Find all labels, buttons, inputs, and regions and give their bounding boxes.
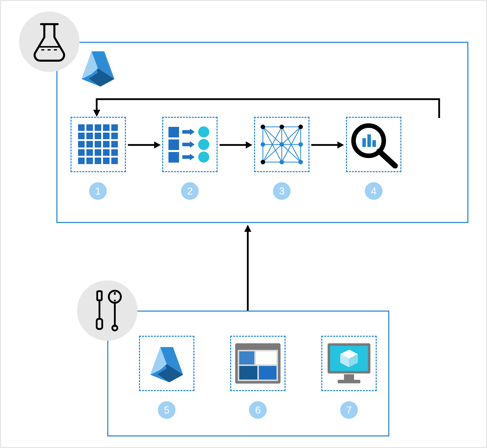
svg-rect-97	[338, 380, 360, 383]
svg-rect-21	[103, 141, 110, 147]
svg-rect-9	[86, 124, 93, 131]
svg-rect-18	[78, 141, 85, 147]
step-6-label: 6	[255, 404, 261, 416]
svg-rect-25	[95, 149, 101, 156]
step-5-box	[139, 336, 194, 391]
svg-rect-68	[362, 138, 366, 147]
svg-point-44	[198, 152, 209, 163]
step-4-number: 4	[365, 182, 382, 200]
svg-rect-19	[86, 141, 93, 147]
svg-rect-17	[111, 133, 118, 139]
step-2-box	[162, 117, 218, 172]
svg-marker-37	[190, 129, 195, 135]
svg-rect-36	[182, 130, 190, 134]
svg-rect-38	[182, 143, 190, 146]
flask-icon	[33, 22, 66, 62]
svg-rect-40	[182, 155, 190, 159]
arrow-tools-to-experiment	[243, 224, 253, 311]
svg-rect-30	[95, 158, 101, 164]
svg-rect-92	[239, 366, 257, 380]
step-1-box	[71, 117, 126, 172]
svg-rect-8	[78, 124, 85, 131]
step-6-box	[230, 336, 286, 391]
svg-rect-90	[239, 351, 254, 364]
step-7-box	[321, 336, 377, 391]
experiment-badge	[19, 12, 80, 72]
step-1-label: 1	[95, 185, 101, 197]
step-5-number: 5	[158, 401, 176, 419]
svg-point-62	[298, 142, 303, 147]
tools-badge	[77, 280, 137, 341]
dashboard-icon	[235, 343, 281, 384]
step-4-label: 4	[371, 185, 376, 197]
vm-monitor-icon	[326, 342, 372, 385]
azure-ml-icon	[145, 345, 188, 382]
svg-rect-26	[103, 149, 110, 156]
svg-rect-33	[168, 127, 179, 137]
svg-marker-39	[190, 141, 195, 148]
svg-point-63	[261, 160, 265, 164]
svg-rect-80	[97, 319, 102, 329]
svg-marker-41	[190, 154, 195, 160]
svg-rect-14	[86, 133, 93, 139]
svg-rect-10	[95, 124, 101, 131]
step-6-number: 6	[249, 401, 267, 419]
svg-point-60	[261, 142, 265, 147]
svg-point-43	[198, 139, 209, 150]
svg-marker-74	[246, 141, 252, 148]
arrow-loop-4-1	[89, 97, 442, 119]
svg-rect-24	[86, 149, 93, 156]
svg-rect-93	[259, 366, 276, 380]
arrow-3-4	[310, 140, 345, 150]
svg-rect-11	[103, 124, 110, 131]
svg-rect-91	[256, 351, 276, 364]
svg-rect-96	[344, 374, 354, 380]
svg-rect-27	[111, 149, 118, 156]
arrow-2-3	[219, 140, 253, 150]
svg-rect-82	[113, 295, 117, 300]
svg-point-61	[280, 142, 284, 147]
svg-point-64	[280, 160, 284, 164]
svg-rect-12	[111, 124, 118, 131]
step-3-box	[254, 117, 309, 172]
step-1-number: 1	[89, 182, 107, 200]
svg-point-84	[112, 325, 117, 330]
step-2-number: 2	[181, 182, 199, 200]
svg-rect-69	[367, 134, 371, 147]
svg-rect-23	[78, 149, 85, 156]
svg-line-67	[379, 151, 395, 166]
step-2-label: 2	[187, 185, 193, 197]
svg-rect-32	[111, 158, 118, 164]
svg-rect-22	[111, 141, 118, 147]
evaluate-magnify-icon	[349, 121, 399, 168]
svg-marker-72	[154, 141, 161, 148]
azureml-header-icon	[77, 49, 119, 87]
arrow-1-2	[127, 140, 162, 150]
svg-rect-28	[78, 158, 85, 164]
svg-marker-102	[244, 225, 251, 232]
svg-rect-15	[95, 133, 101, 139]
svg-marker-77	[93, 110, 100, 117]
svg-rect-31	[103, 158, 110, 164]
svg-rect-16	[103, 133, 110, 139]
step-3-number: 3	[273, 182, 291, 200]
svg-rect-29	[86, 158, 93, 164]
step-7-number: 7	[340, 401, 358, 419]
svg-rect-34	[168, 139, 179, 150]
svg-point-42	[198, 126, 209, 137]
svg-point-65	[298, 160, 303, 164]
svg-point-57	[261, 125, 265, 129]
step-3-label: 3	[279, 185, 285, 197]
step-5-label: 5	[164, 404, 169, 416]
svg-rect-70	[372, 140, 376, 147]
svg-marker-76	[337, 141, 344, 148]
data-grid-icon	[78, 124, 118, 165]
data-transform-icon	[168, 126, 211, 163]
step-7-label: 7	[346, 404, 352, 416]
neural-network-icon	[258, 122, 306, 167]
diagram-canvas: 1 2	[0, 0, 487, 448]
step-4-box	[346, 117, 401, 172]
svg-rect-13	[78, 133, 85, 139]
tools-icon	[90, 289, 125, 332]
svg-rect-20	[95, 141, 101, 147]
